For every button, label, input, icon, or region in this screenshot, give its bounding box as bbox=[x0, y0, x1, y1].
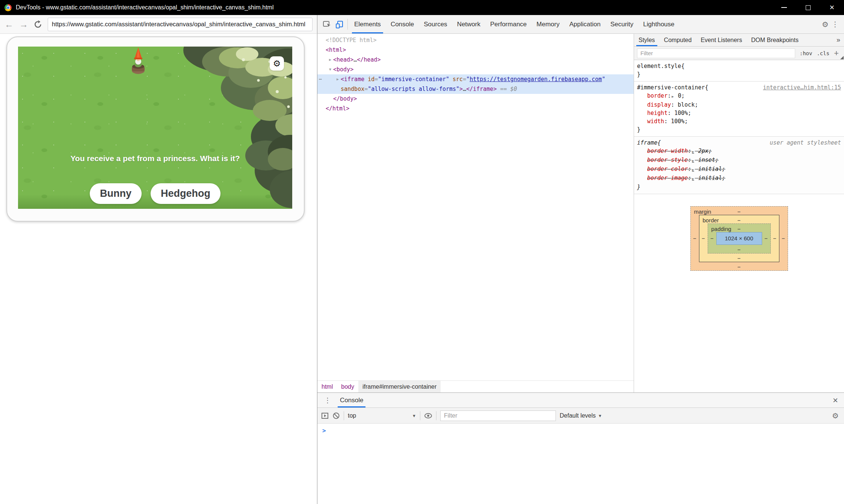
dom-node-line[interactable]: </html> bbox=[317, 104, 634, 113]
browser-toolbar: ← → bbox=[0, 15, 317, 34]
stylesheet-source-link[interactable]: interactive…him.html:15 bbox=[760, 83, 841, 92]
choice-button-hedgehog[interactable]: Hedgehog bbox=[151, 183, 220, 204]
back-button[interactable]: ← bbox=[5, 20, 14, 29]
maximize-button[interactable] bbox=[796, 0, 820, 15]
dom-node-line[interactable]: ▼<body> bbox=[317, 65, 634, 74]
style-property[interactable]: display: block; bbox=[637, 101, 841, 109]
code-token-str: "immersive-container" bbox=[378, 76, 449, 83]
style-property[interactable]: border-image:▶ initial; bbox=[637, 174, 841, 183]
disclosure-closed-icon[interactable]: ▶ bbox=[327, 55, 333, 65]
sidebar-tab-computed[interactable]: Computed bbox=[660, 34, 696, 46]
property-text: border-width:▶ 2px; bbox=[647, 148, 712, 154]
style-property[interactable]: height: 100%; bbox=[637, 109, 841, 117]
tab-application[interactable]: Application bbox=[565, 15, 605, 33]
code-token-tag: > bbox=[459, 86, 463, 92]
property-expand-icon[interactable]: ▶ bbox=[691, 159, 695, 163]
style-property[interactable]: border-style:▶ inset; bbox=[637, 156, 841, 165]
choice-button-bunny[interactable]: Bunny bbox=[90, 183, 142, 204]
device-toolbar-icon[interactable] bbox=[333, 15, 346, 33]
reload-button[interactable] bbox=[34, 20, 42, 29]
log-levels-selector[interactable]: Default levels ▼ bbox=[560, 412, 602, 419]
forward-button[interactable]: → bbox=[19, 20, 28, 29]
console-filter-input[interactable] bbox=[440, 410, 556, 421]
dom-node-line[interactable]: ⋯▶<iframe id="immersive-container" src="… bbox=[317, 74, 634, 94]
property-name: border-image bbox=[647, 175, 688, 181]
console-settings-icon[interactable]: ⚙ bbox=[832, 411, 840, 420]
property-expand-icon[interactable]: ▶ bbox=[691, 168, 695, 172]
sidebar-tabs: StylesComputedEvent ListenersDOM Breakpo… bbox=[634, 34, 844, 47]
live-expression-eye-icon[interactable] bbox=[424, 412, 432, 419]
toggle-class-button[interactable]: .cls bbox=[817, 50, 829, 56]
box-model-padding[interactable]: padding−−1024 × 600−− bbox=[708, 223, 771, 254]
code-token-eq: = bbox=[364, 86, 368, 92]
style-property[interactable]: border-color:▶ initial; bbox=[637, 165, 841, 174]
style-rule: iframe {user agent stylesheetborder-widt… bbox=[634, 137, 844, 194]
property-text: border-style:▶ inset; bbox=[647, 157, 719, 163]
inspect-element-icon[interactable] bbox=[320, 15, 333, 33]
code-token-tag: <body> bbox=[333, 66, 353, 73]
styles-filter-input[interactable] bbox=[637, 48, 795, 58]
tab-elements[interactable]: Elements bbox=[349, 15, 386, 33]
tab-security[interactable]: Security bbox=[605, 15, 638, 33]
dom-node-line[interactable]: <html> bbox=[317, 45, 634, 55]
console-sidebar-toggle-icon[interactable] bbox=[321, 412, 329, 419]
tab-network[interactable]: Network bbox=[452, 15, 485, 33]
dom-node-line[interactable]: </body> bbox=[317, 94, 634, 104]
execution-context-selector[interactable]: top ▼ bbox=[348, 412, 416, 419]
game-settings-button[interactable]: ⚙ bbox=[270, 56, 284, 71]
styles-sidebar: StylesComputedEvent ListenersDOM Breakpo… bbox=[634, 34, 844, 392]
style-property[interactable]: border:▶ 0; bbox=[637, 92, 841, 101]
open-brace: { bbox=[681, 62, 684, 70]
code-token-eq: = bbox=[374, 76, 378, 83]
sidebar-tab-styles[interactable]: Styles bbox=[634, 34, 660, 46]
sidebar-overflow-chevron[interactable]: » bbox=[833, 34, 844, 46]
tab-memory[interactable]: Memory bbox=[531, 15, 564, 33]
drawer-tab-console[interactable]: Console bbox=[338, 393, 365, 407]
window-controls: × bbox=[772, 0, 844, 15]
breadcrumb-html[interactable]: html bbox=[317, 381, 337, 392]
close-button[interactable]: × bbox=[820, 0, 844, 15]
property-expand-icon[interactable]: ▶ bbox=[691, 177, 695, 181]
devtools-topbar: ElementsConsoleSourcesNetworkPerformance… bbox=[317, 15, 844, 34]
drawer-close-icon[interactable]: × bbox=[830, 393, 840, 407]
content-row: ⚙ You receive a pet from a princess. Wha… bbox=[0, 34, 844, 504]
sidebar-tab-event-listeners[interactable]: Event Listeners bbox=[696, 34, 746, 46]
style-property[interactable]: border-width:▶ 2px; bbox=[637, 147, 841, 156]
property-expand-icon[interactable]: ▶ bbox=[691, 150, 695, 154]
tab-sources[interactable]: Sources bbox=[419, 15, 452, 33]
style-property[interactable]: width: 100%; bbox=[637, 117, 841, 125]
emulated-tablet-frame: ⚙ You receive a pet from a princess. Wha… bbox=[6, 36, 305, 222]
box-model-margin[interactable]: margin−−border−−padding−−1024 × 600−−−−−… bbox=[690, 206, 788, 271]
property-text: height: 100%; bbox=[647, 110, 691, 116]
toggle-hover-state-button[interactable]: :hov bbox=[800, 50, 812, 56]
console-messages[interactable]: > bbox=[317, 424, 844, 504]
tab-console[interactable]: Console bbox=[386, 15, 419, 33]
more-options-icon[interactable]: ⋮ bbox=[829, 20, 842, 29]
rule-selector-line: iframe {user agent stylesheet bbox=[637, 139, 841, 147]
property-name: border-color bbox=[647, 166, 688, 172]
disclosure-closed-icon[interactable]: ▶ bbox=[335, 74, 341, 84]
url-input[interactable] bbox=[48, 18, 313, 31]
tab-lighthouse[interactable]: Lighthouse bbox=[638, 15, 679, 33]
settings-gear-icon[interactable]: ⚙ bbox=[822, 20, 829, 29]
minimize-button[interactable] bbox=[772, 0, 796, 15]
box-model-content[interactable]: 1024 × 600 bbox=[716, 232, 762, 245]
clear-console-icon[interactable] bbox=[332, 412, 340, 419]
breadcrumb-body[interactable]: body bbox=[337, 381, 358, 392]
drawer-menu-icon[interactable]: ⋮ bbox=[321, 393, 334, 407]
sidebar-tab-dom-breakpoints[interactable]: DOM Breakpoints bbox=[747, 34, 803, 46]
dom-node-line[interactable]: <!DOCTYPE html> bbox=[317, 35, 634, 45]
box-model-margin-left-value: − bbox=[691, 234, 699, 243]
breadcrumb-iframe-immersive-container[interactable]: iframe#immersive-container bbox=[358, 381, 441, 392]
dom-node-line[interactable]: ▶<head>…</head> bbox=[317, 55, 634, 65]
property-expand-icon[interactable]: ▶ bbox=[671, 95, 674, 98]
console-prompt-chevron: > bbox=[317, 424, 844, 434]
dom-node-text: <!DOCTYPE html> bbox=[326, 35, 634, 45]
resource-link[interactable]: https://testgnomegarden.firebaseapp.com bbox=[470, 76, 602, 83]
new-style-rule-button[interactable]: + bbox=[834, 49, 839, 57]
box-model-border[interactable]: border−−padding−−1024 × 600−−−− bbox=[699, 215, 779, 262]
disclosure-open-icon[interactable]: ▼ bbox=[327, 65, 333, 74]
gear-icon: ⚙ bbox=[273, 59, 281, 69]
code-token-anno: == $0 bbox=[497, 86, 517, 92]
tab-performance[interactable]: Performance bbox=[485, 15, 531, 33]
